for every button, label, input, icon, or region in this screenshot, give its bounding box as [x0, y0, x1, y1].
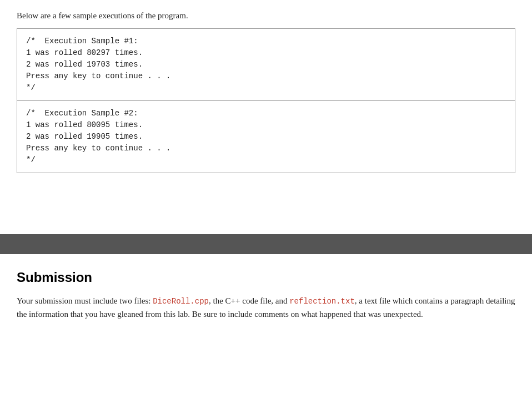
divider-bar	[0, 234, 532, 254]
code-block-container: /* Execution Sample #1: 1 was rolled 802…	[17, 28, 515, 173]
main-content: Below are a few sample executions of the…	[0, 0, 532, 190]
submission-section: Submission Your submission must include …	[0, 254, 532, 343]
submission-text-between: , the C++ code file, and	[209, 296, 289, 305]
submission-file2: reflection.txt	[289, 297, 355, 306]
submission-file1: DiceRoll.cpp	[153, 297, 209, 306]
code-sample-2: /* Execution Sample #2: 1 was rolled 800…	[17, 100, 515, 173]
code-text-1: /* Execution Sample #1: 1 was rolled 802…	[26, 36, 506, 94]
submission-paragraph: Your submission must include two files: …	[17, 294, 515, 321]
code-sample-1: /* Execution Sample #1: 1 was rolled 802…	[17, 29, 515, 100]
code-text-2: /* Execution Sample #2: 1 was rolled 800…	[26, 108, 506, 166]
submission-title: Submission	[17, 270, 515, 285]
intro-text: Below are a few sample executions of the…	[17, 11, 515, 21]
submission-text-before-file1: Your submission must include two files:	[17, 296, 153, 305]
